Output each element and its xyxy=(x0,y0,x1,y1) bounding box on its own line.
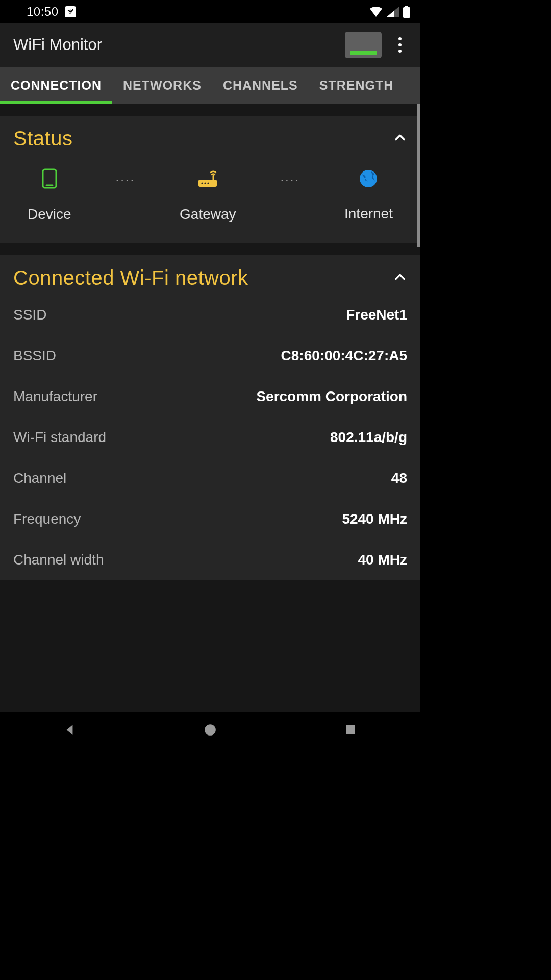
battery-icon xyxy=(403,6,410,18)
svg-rect-11 xyxy=(346,725,355,734)
svg-point-9 xyxy=(360,170,377,187)
status-nodes-row: Device ···· Gateway ···· xyxy=(13,155,407,243)
frequency-value: 5240 MHz xyxy=(342,511,407,527)
status-node-internet-label: Internet xyxy=(344,206,393,222)
connection-dots-icon: ···· xyxy=(115,173,135,187)
channel-label: Channel xyxy=(13,470,66,486)
wifi-app-notification-icon xyxy=(65,6,76,17)
overflow-menu-button[interactable] xyxy=(391,33,409,57)
scrollbar-thumb[interactable] xyxy=(417,104,420,247)
status-node-device-label: Device xyxy=(28,206,71,223)
status-card: Status Device ···· xyxy=(0,116,420,243)
cellular-icon xyxy=(387,7,399,17)
status-time: 10:50 xyxy=(27,5,59,19)
nav-recent-button[interactable] xyxy=(335,715,366,745)
bssid-label: BSSID xyxy=(13,348,56,364)
status-header[interactable]: Status xyxy=(13,116,407,155)
system-status-bar: 10:50 xyxy=(0,0,420,23)
status-node-gateway-label: Gateway xyxy=(180,206,236,223)
chevron-up-icon xyxy=(393,270,407,286)
status-title: Status xyxy=(13,127,393,150)
svg-rect-0 xyxy=(403,7,410,18)
connected-card: Connected Wi-Fi network SSID FreeNet1 BS… xyxy=(0,255,420,580)
router-icon xyxy=(196,168,219,191)
channel-width-value: 40 MHz xyxy=(358,552,407,568)
app-bar: WiFi Monitor xyxy=(0,23,420,67)
app-title: WiFi Monitor xyxy=(13,36,345,54)
bssid-value: C8:60:00:4C:27:A5 xyxy=(281,348,407,364)
nav-home-button[interactable] xyxy=(195,715,226,745)
status-node-internet: Internet xyxy=(344,169,393,222)
frequency-label: Frequency xyxy=(13,511,81,527)
status-node-gateway: Gateway xyxy=(180,168,236,223)
connected-title: Connected Wi-Fi network xyxy=(13,266,393,289)
svg-point-10 xyxy=(205,724,216,736)
row-frequency: Frequency 5240 MHz xyxy=(13,499,407,540)
wifi-standard-value: 802.11a/b/g xyxy=(330,429,407,446)
manufacturer-value: Sercomm Corporation xyxy=(256,388,407,405)
tab-connection[interactable]: CONNECTION xyxy=(0,67,112,104)
signal-meter-button[interactable] xyxy=(345,32,382,58)
row-wifi-standard: Wi-Fi standard 802.11a/b/g xyxy=(13,417,407,458)
wifi-icon xyxy=(369,7,383,17)
wifi-standard-label: Wi-Fi standard xyxy=(13,429,106,446)
svg-rect-1 xyxy=(405,6,408,8)
tab-bar: CONNECTION NETWORKS CHANNELS STRENGTH xyxy=(0,67,420,104)
row-bssid: BSSID C8:60:00:4C:27:A5 xyxy=(13,335,407,376)
status-right-icons xyxy=(369,6,410,18)
connected-header[interactable]: Connected Wi-Fi network xyxy=(13,255,407,295)
channel-width-label: Channel width xyxy=(13,552,104,568)
ssid-value: FreeNet1 xyxy=(346,307,407,323)
system-nav-bar xyxy=(0,712,420,748)
svg-point-6 xyxy=(202,182,203,184)
connection-dots-icon: ···· xyxy=(280,173,300,187)
svg-point-8 xyxy=(208,182,209,184)
row-channel-width: Channel width 40 MHz xyxy=(13,540,407,580)
row-manufacturer: Manufacturer Sercomm Corporation xyxy=(13,376,407,417)
row-channel: Channel 48 xyxy=(13,458,407,499)
channel-value: 48 xyxy=(391,470,407,486)
tab-channels[interactable]: CHANNELS xyxy=(212,67,309,104)
tab-networks[interactable]: NETWORKS xyxy=(112,67,212,104)
status-node-device: Device xyxy=(28,168,71,223)
content-scroll[interactable]: Status Device ···· xyxy=(0,104,420,712)
manufacturer-label: Manufacturer xyxy=(13,388,97,405)
globe-icon xyxy=(359,169,378,190)
phone-icon xyxy=(42,168,57,191)
svg-point-7 xyxy=(205,182,206,184)
nav-back-button[interactable] xyxy=(55,715,85,745)
row-ssid: SSID FreeNet1 xyxy=(13,295,407,335)
ssid-label: SSID xyxy=(13,307,46,323)
tab-strength[interactable]: STRENGTH xyxy=(309,67,405,104)
status-left-icons xyxy=(65,6,76,17)
chevron-up-icon xyxy=(393,131,407,147)
